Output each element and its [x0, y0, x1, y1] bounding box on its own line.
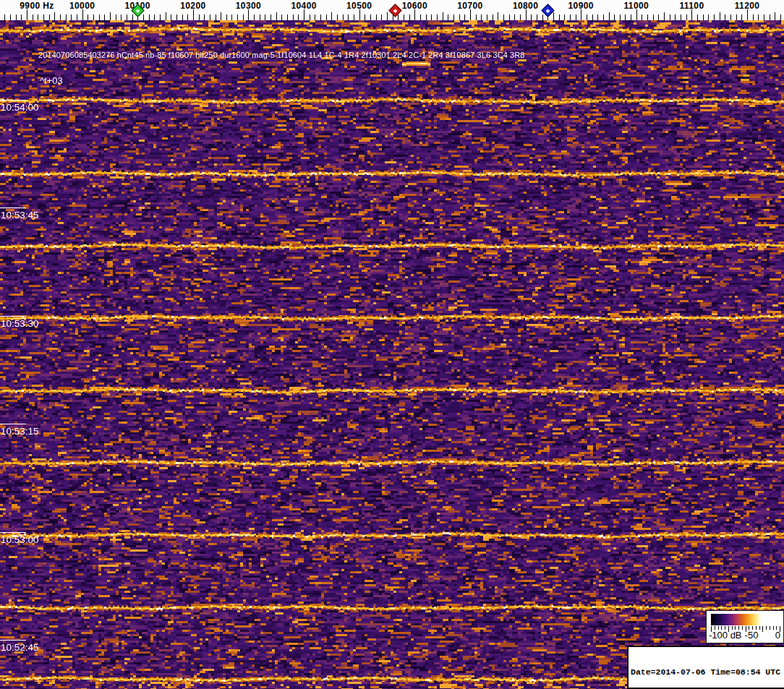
frequency-tick — [293, 14, 294, 20]
frequency-tick — [27, 9, 27, 20]
colorbar-label-min: -100 dB — [709, 630, 742, 641]
frequency-tick — [187, 14, 188, 20]
frequency-tick — [603, 14, 604, 20]
frequency-tick — [775, 12, 775, 20]
frequency-label: 11200 — [735, 1, 760, 11]
frequency-tick — [780, 14, 781, 20]
frequency-tick — [487, 14, 487, 20]
frequency-tick — [387, 12, 388, 20]
frequency-tick — [143, 14, 144, 20]
frequency-tick — [681, 14, 681, 20]
frequency-tick — [498, 12, 498, 20]
frequency-tick — [370, 14, 371, 20]
frequency-label: 10500 — [346, 1, 372, 11]
frequency-tick — [653, 14, 654, 20]
frequency-tick — [265, 14, 265, 20]
frequency-tick — [481, 14, 482, 20]
frequency-label: 10600 — [402, 1, 427, 11]
frequency-tick — [414, 9, 415, 20]
frequency-tick — [49, 14, 50, 20]
frequency-tick — [647, 14, 648, 20]
frequency-tick — [753, 14, 754, 20]
frequency-tick — [21, 14, 22, 20]
frequency-tick — [476, 14, 477, 20]
frequency-tick — [453, 14, 454, 20]
spectrogram-canvas — [0, 20, 784, 689]
time-tick — [0, 100, 26, 100]
frequency-tick — [226, 14, 227, 20]
frequency-tick — [99, 14, 100, 20]
time-label: 10:53:30 — [1, 318, 39, 329]
frequency-tick — [343, 14, 344, 20]
frequency-tick — [587, 14, 587, 20]
frequency-tick — [708, 14, 709, 20]
frequency-tick — [559, 14, 560, 20]
frequency-tick — [686, 14, 687, 20]
frequency-label: 10000 — [69, 1, 95, 11]
frequency-tick — [691, 9, 692, 20]
frequency-tick — [503, 14, 504, 20]
frequency-tick — [110, 12, 111, 20]
frequency-tick — [614, 14, 615, 20]
frequency-tick — [88, 14, 88, 20]
frequency-tick — [720, 12, 720, 20]
frequency-tick — [204, 14, 205, 20]
frequency-tick — [260, 14, 260, 20]
frequency-label: 10200 — [180, 1, 205, 11]
colorbar-label-max: 0 — [775, 630, 780, 641]
frequency-tick — [426, 14, 427, 20]
frequency-tick — [526, 9, 527, 20]
frequency-tick — [376, 14, 377, 20]
frequency-tick — [636, 9, 637, 20]
frequency-tick — [166, 12, 166, 20]
frequency-tick — [310, 14, 310, 20]
frequency-tick — [348, 14, 349, 20]
frequency-tick — [770, 14, 770, 20]
frequency-tick — [609, 12, 610, 20]
frequency-tick — [597, 14, 598, 20]
frequency-tick — [381, 14, 382, 20]
frequency-tick — [104, 14, 105, 20]
time-tick — [0, 532, 26, 533]
frequency-tick — [315, 14, 315, 20]
frequency-tick — [243, 14, 244, 20]
frequency-tick — [127, 14, 127, 20]
frequency-tick — [437, 14, 438, 20]
frequency-tick — [625, 14, 626, 20]
frequency-tick — [576, 14, 576, 20]
frequency-tick — [470, 9, 471, 20]
frequency-tick — [592, 14, 593, 20]
frequency-ruler: 9900 Hz100001010010200103001040010500106… — [0, 0, 784, 20]
frequency-tick — [464, 14, 465, 20]
frequency-tick — [443, 12, 443, 20]
frequency-tick — [43, 14, 44, 20]
frequency-tick — [670, 14, 670, 20]
frequency-tick — [71, 14, 72, 20]
frequency-label: 10700 — [457, 1, 482, 11]
frequency-tick — [564, 14, 565, 20]
frequency-tick — [304, 9, 304, 20]
frequency-tick — [409, 14, 410, 20]
frequency-tick — [758, 14, 759, 20]
time-label: 10:53:15 — [1, 426, 39, 437]
frequency-tick — [176, 14, 177, 20]
colorbar-legend: -100 dB -50 0 — [706, 610, 784, 643]
marker-blue[interactable] — [541, 4, 554, 17]
frequency-tick — [121, 14, 122, 20]
frequency-tick — [116, 14, 116, 20]
frequency-tick — [404, 14, 404, 20]
frequency-tick — [730, 14, 731, 20]
marker-red[interactable] — [388, 4, 401, 17]
time-label: 10:53:00 — [1, 534, 39, 545]
frequency-label: 11000 — [623, 1, 649, 11]
time-offset-label: ^t+03 — [40, 75, 63, 86]
frequency-tick — [82, 9, 83, 20]
frequency-tick — [254, 14, 255, 20]
time-tick — [0, 316, 26, 317]
frequency-tick — [509, 14, 510, 20]
frequency-tick — [160, 14, 161, 20]
marker-core — [393, 9, 398, 13]
frequency-tick — [320, 14, 321, 20]
time-label: 10:53:45 — [1, 210, 39, 221]
frequency-tick — [658, 14, 659, 20]
